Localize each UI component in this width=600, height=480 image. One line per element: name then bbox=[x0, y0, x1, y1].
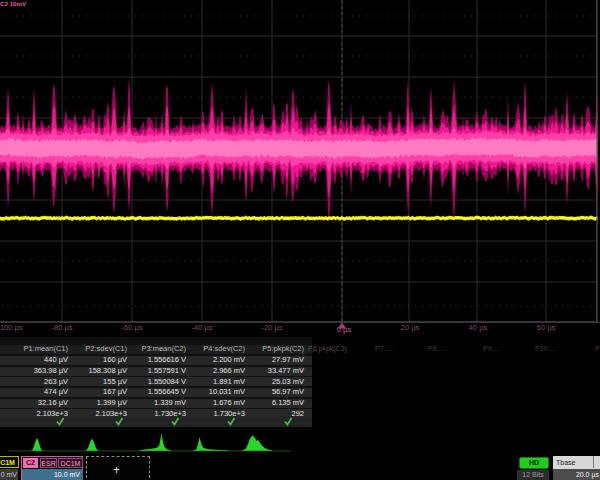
svg-text:40 µs: 40 µs bbox=[469, 323, 488, 332]
svg-text:20 µs: 20 µs bbox=[401, 323, 420, 332]
svg-text:-20 µs: -20 µs bbox=[262, 323, 283, 332]
svg-text:-100 µs: -100 µs bbox=[0, 323, 23, 332]
svg-text:-40 µs: -40 µs bbox=[192, 323, 213, 332]
svg-text:-60 µs: -60 µs bbox=[122, 323, 143, 332]
svg-text:60 µs: 60 µs bbox=[537, 323, 556, 332]
svg-text:-80 µs: -80 µs bbox=[52, 323, 73, 332]
svg-text:C2 10mV: C2 10mV bbox=[0, 0, 27, 7]
